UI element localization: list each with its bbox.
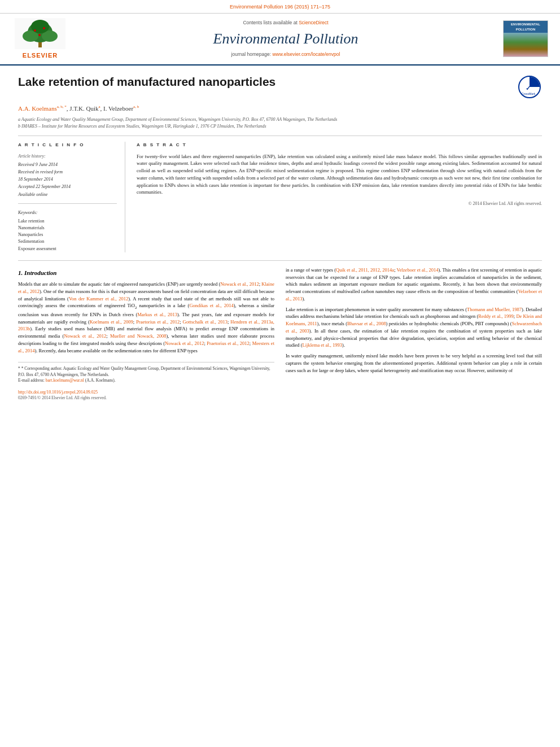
keyword-5: Exposure assessment	[18, 246, 117, 252]
affiliation-a: a Aquatic Ecology and Water Quality Mana…	[18, 116, 542, 123]
affiliation-b: b IMARES – Institute for Marine Resource…	[18, 123, 542, 130]
author1-sup: a, b, *	[57, 104, 67, 109]
author1-link[interactable]: A.A. Koelmans	[18, 105, 57, 112]
revised-label: Received in revised form	[18, 169, 117, 175]
keyword-2: Nanomaterials	[18, 225, 117, 231]
copyright-line: © 2014 Elsevier Ltd. All rights reserved…	[137, 200, 542, 207]
email-label: E-mail address:	[18, 378, 45, 383]
elsevier-logo-area: ELSEVIER	[9, 18, 71, 60]
footnote-section: * * Corresponding author. Aquatic Ecolog…	[18, 362, 274, 384]
svg-point-6	[34, 29, 36, 32]
available-label: Available online	[18, 191, 117, 198]
contents-line: Contents lists available at ScienceDirec…	[77, 20, 495, 27]
ref-lijklema1993[interactable]: Lijklema et al., 1993	[303, 342, 343, 348]
email-link[interactable]: bart.koelmans@wur.nl	[46, 378, 84, 383]
doi-link[interactable]: http://dx.doi.org/10.1016/j.envpol.2014.…	[18, 390, 98, 395]
keyword-1: Lake retention	[18, 218, 117, 224]
crossmark-icon: ✓ CrossMark	[518, 76, 541, 98]
keyword-3: Nanoparticles	[18, 231, 117, 238]
ref-koelmans2009[interactable]: Koelmans et al., 2009	[90, 319, 133, 325]
ref-mueller2008[interactable]: Mueller and Nowack, 2008	[110, 333, 167, 339]
ref-nowack2012[interactable]: Nowack et al., 2012	[220, 281, 259, 287]
abstract-text: For twenty-five world lakes and three en…	[137, 153, 542, 196]
article-info-column: A R T I C L E I N F O Article history: R…	[18, 142, 125, 252]
footnote-corresponding: * * Corresponding author. Aquatic Ecolog…	[18, 366, 274, 378]
journal-title: Environmental Pollution	[77, 29, 495, 49]
revised-date: 18 September 2014	[18, 176, 117, 182]
citation-text: Environmental Pollution 196 (2015) 171–1…	[230, 4, 330, 10]
ref-markus2013[interactable]: Markus et al., 2013	[137, 312, 177, 317]
ref-gottschalk2013[interactable]: Gottschalk et al., 2013	[183, 319, 228, 325]
ep-logo-top-bar: ENVIRONMENTALPOLLUTION	[504, 21, 548, 33]
footnote-email: E-mail address: bart.koelmans@wur.nl (A.…	[18, 378, 274, 384]
divider-1	[18, 136, 542, 136]
keywords-label: Keywords:	[18, 209, 117, 216]
section1-number: 1.	[18, 269, 23, 276]
article-title: Lake retention of manufactured nanoparti…	[18, 75, 510, 89]
ref-velzeboer2013[interactable]: Velzeboer et al., 2013	[286, 289, 542, 302]
ref-praetorius2012[interactable]: Praetorius et al., 2012	[136, 319, 180, 325]
homepage-text: journal homepage:	[231, 51, 271, 57]
journal-header: ELSEVIER Contents lists available at Sci…	[0, 14, 560, 65]
ref-gondikas2014[interactable]: Gondikas et al., 2014	[189, 303, 233, 308]
svg-point-8	[38, 34, 41, 36]
section1-title: 1. Introduction	[18, 269, 274, 277]
body-right-para2: Lake retention is an important phenomeno…	[286, 306, 542, 350]
section1-title-text: Introduction	[24, 269, 56, 276]
ref-nowack2012b[interactable]: Nowack et al., 2012	[64, 333, 106, 339]
ep-journal-logo: ENVIRONMENTALPOLLUTION	[503, 20, 548, 57]
ep-logo-area: ENVIRONMENTALPOLLUTION	[500, 20, 551, 57]
accepted-date: Accepted 22 September 2014	[18, 184, 117, 190]
ref-bhavsar2008[interactable]: Bhavsar et al., 2008	[347, 321, 386, 326]
body-right-column: in a range of water types (Quik et al., …	[286, 267, 542, 401]
divider-2	[18, 260, 542, 261]
footnote-text: * Corresponding author. Aquatic Ecology …	[18, 366, 270, 377]
journal-center-info: Contents lists available at ScienceDirec…	[77, 20, 495, 58]
svg-text:✓: ✓	[526, 85, 531, 91]
svg-text:CrossMark: CrossMark	[522, 92, 536, 95]
article-info-heading: A R T I C L E I N F O	[18, 142, 117, 148]
homepage-link[interactable]: www.elsevier.com/locate/envpol	[272, 51, 340, 57]
ref-vdk2012[interactable]: Von der Kammer et al., 2012	[69, 296, 128, 302]
abstract-column: A B S T R A C T For twenty-five world la…	[137, 142, 542, 252]
journal-citation: Environmental Pollution 196 (2015) 171–1…	[0, 0, 560, 14]
contents-text: Contents lists available at	[243, 20, 297, 25]
ep-logo-image	[504, 33, 548, 56]
crossmark-area[interactable]: ✓ CrossMark	[517, 75, 542, 100]
doi-line: http://dx.doi.org/10.1016/j.envpol.2014.…	[18, 390, 274, 396]
issn-line: 0269-7491/© 2014 Elsevier Ltd. All right…	[18, 395, 274, 401]
ref-velzeboer2014[interactable]: Velzeboer et al., 2014	[397, 267, 439, 273]
info-abstract-section: A R T I C L E I N F O Article history: R…	[18, 142, 542, 252]
ref-reddy1999[interactable]: Reddy et al., 1999	[478, 313, 513, 319]
author3-sup: a, b	[133, 104, 139, 109]
author2-name: , J.T.K. Quik	[67, 105, 99, 112]
keywords-section: Keywords: Lake retention Nanomaterials N…	[18, 209, 117, 252]
svg-point-5	[31, 20, 49, 33]
svg-point-7	[43, 27, 45, 29]
author3-name: , I. Velzeboer	[100, 105, 133, 112]
sciencedirect-link[interactable]: ScienceDirect	[299, 20, 328, 25]
history-label: Article history:	[18, 153, 117, 159]
authors-line: A.A. Koelmansa, b, *, J.T.K. Quika, I. V…	[18, 104, 542, 113]
affiliations: a Aquatic Ecology and Water Quality Mana…	[18, 116, 542, 130]
homepage-line: journal homepage: www.elsevier.com/locat…	[77, 51, 495, 58]
body-left-para1: Models that are able to simulate the aqu…	[18, 281, 274, 354]
body-left-column: 1. Introduction Models that are able to …	[18, 267, 274, 401]
abstract-heading: A B S T R A C T	[137, 142, 542, 148]
elsevier-tree-icon	[15, 18, 65, 49]
elsevier-wordmark: ELSEVIER	[23, 51, 58, 60]
body-content: 1. Introduction Models that are able to …	[18, 267, 542, 401]
ref-nowack2012c[interactable]: Nowack et al., 2012	[165, 340, 204, 346]
keyword-4: Sedimentation	[18, 238, 117, 244]
body-right-para1: in a range of water types (Quik et al., …	[286, 267, 542, 303]
ref-schwarzenbach2003[interactable]: Schwarzenbach et al., 2003	[286, 321, 542, 334]
ref-praetorius2012b[interactable]: Praetorius et al., 2012	[207, 340, 249, 346]
email-name: (A.A. Koelmans).	[85, 378, 116, 383]
page-footer: http://dx.doi.org/10.1016/j.envpol.2014.…	[18, 390, 274, 401]
body-right-para3: In water quality management, uniformly m…	[286, 352, 542, 374]
article-history: Article history: Received 9 June 2014 Re…	[18, 153, 117, 198]
ref-quik2011[interactable]: Quik et al., 2011, 2012, 2014a	[336, 267, 394, 273]
ref-thomann1987[interactable]: Thomann and Mueller, 1987	[467, 307, 522, 312]
received-date: Received 9 June 2014	[18, 161, 117, 168]
divider-history	[18, 203, 117, 204]
